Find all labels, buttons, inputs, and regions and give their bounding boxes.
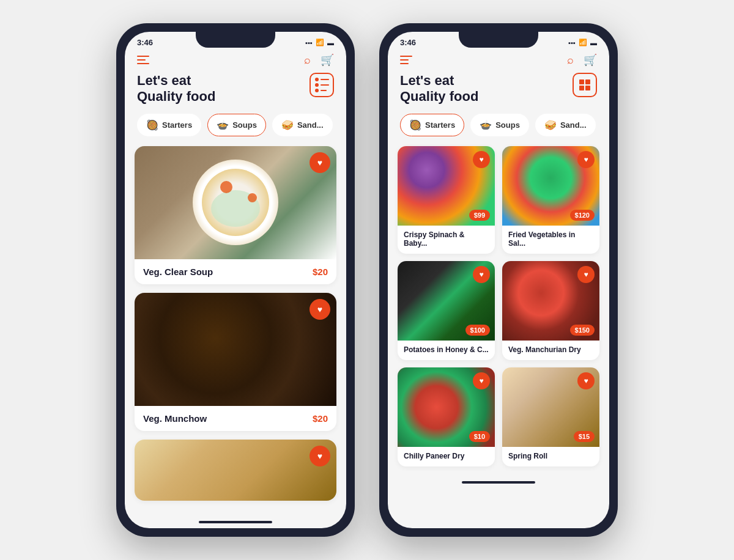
- cart-icon-list[interactable]: 🛒: [321, 53, 334, 67]
- status-time-list: 3:46: [137, 38, 153, 47]
- sandwiches-emoji: 🥪: [281, 119, 294, 131]
- food-image-veg-munchow: ♥: [135, 293, 336, 406]
- grid-dot-4: [585, 86, 590, 90]
- food-card-chilly-paneer: ♥ $10 Chilly Paneer Dry: [398, 367, 495, 466]
- search-icon-list[interactable]: ⌕: [304, 54, 311, 67]
- signal-icon: 📶: [316, 39, 324, 46]
- food-image-spring-roll: ♥ $15: [502, 367, 599, 447]
- category-tabs-grid: 🥘 Starters 🍲 Soups 🥪 Sand...: [388, 114, 609, 146]
- top-nav-list: ⌕ 🛒: [125, 50, 346, 73]
- list-view-toggle[interactable]: [310, 73, 334, 97]
- food-card-veg-manchurian: ♥ $150 Veg. Manchurian Dry: [502, 261, 599, 360]
- hamburger-menu-list[interactable]: [137, 56, 149, 64]
- menu-line-2: [137, 59, 146, 61]
- food-image-chilly-paneer: ♥ $10: [398, 367, 495, 447]
- soups-emoji-grid: 🍲: [480, 119, 492, 131]
- favorite-potatoes-honey[interactable]: ♥: [473, 266, 490, 283]
- price-badge-potatoes-honey: $100: [465, 325, 490, 336]
- food-image-partial: ♥: [135, 440, 336, 501]
- food-name-crispy-spinach: Crispy Spinach & Baby...: [398, 226, 495, 254]
- grid-dot-2: [585, 79, 590, 84]
- food-name-potatoes-honey: Potatoes in Honey & C...: [398, 341, 495, 360]
- status-icons-grid: ▪▪▪ 📶 ▬: [568, 39, 597, 46]
- header-title-list: Let's eat Quality food: [137, 73, 215, 105]
- food-list-scroll[interactable]: ♥ Veg. Clear Soup $20 ♥ Veg. Munchow $20: [125, 146, 346, 516]
- price-badge-fried-veg: $120: [570, 210, 595, 221]
- header-grid: Let's eat Quality food: [388, 73, 609, 114]
- home-indicator-grid: [462, 481, 535, 484]
- favorite-chilly-paneer[interactable]: ♥: [473, 372, 490, 389]
- phone-screen-grid: 3:46 ▪▪▪ 📶 ▬ ⌕ 🛒 Let's eat Quality: [388, 32, 609, 528]
- tab-soups-list[interactable]: 🍲 Soups: [207, 114, 266, 136]
- phone-notch: [196, 32, 275, 48]
- menu-line-g1: [400, 56, 412, 57]
- food-name-spring-roll: Spring Roll: [502, 447, 599, 466]
- food-image-potatoes-honey: ♥ $100: [398, 261, 495, 341]
- header-title-grid: Let's eat Quality food: [400, 73, 478, 105]
- food-card-veg-clear-soup: ♥ Veg. Clear Soup $20: [135, 146, 336, 284]
- price-badge-spring-roll: $15: [574, 431, 595, 442]
- favorite-partial[interactable]: ♥: [310, 446, 330, 466]
- grid-dot-1: [579, 79, 584, 84]
- food-image-fried-veg: ♥ $120: [502, 146, 599, 226]
- sandwiches-emoji-grid: 🥪: [544, 119, 557, 131]
- favorite-crispy-spinach[interactable]: ♥: [473, 151, 490, 168]
- food-card-partial: ♥: [135, 440, 336, 501]
- food-image-crispy-spinach: ♥ $99: [398, 146, 495, 226]
- food-grid-container: ♥ $99 Crispy Spinach & Baby... ♥ $120 Fr…: [388, 146, 609, 476]
- starters-emoji: 🥘: [146, 119, 158, 131]
- food-card-spring-roll: ♥ $15 Spring Roll: [502, 367, 599, 466]
- phone-list-view: 3:46 ▪▪▪ 📶 ▬ ⌕ 🛒 Let's eat Quality: [116, 23, 355, 537]
- price-badge-chilly-paneer: $10: [469, 431, 490, 442]
- top-nav-grid: ⌕ 🛒: [388, 50, 609, 73]
- food-price-veg-munchow: $20: [313, 413, 328, 424]
- food-name-veg-munchow: Veg. Munchow: [143, 413, 207, 424]
- starters-emoji-grid: 🥘: [409, 119, 421, 131]
- nav-icons-grid: ⌕ 🛒: [567, 53, 597, 67]
- header-list: Let's eat Quality food: [125, 73, 346, 114]
- food-name-veg-clear-soup: Veg. Clear Soup: [143, 267, 213, 277]
- tab-soups-grid[interactable]: 🍲 Soups: [470, 114, 529, 136]
- food-card-fried-veg: ♥ $120 Fried Vegetables in Sal...: [502, 146, 599, 254]
- tab-starters-list[interactable]: 🥘 Starters: [137, 114, 201, 136]
- price-badge-crispy-spinach: $99: [469, 210, 490, 221]
- grid-dot-3: [579, 86, 584, 90]
- wifi-icon-grid: ▪▪▪: [568, 39, 576, 46]
- soups-emoji: 🍲: [217, 119, 229, 131]
- food-price-veg-clear-soup: $20: [313, 267, 328, 277]
- favorite-fried-veg[interactable]: ♥: [577, 151, 595, 168]
- phone-screen-list: 3:46 ▪▪▪ 📶 ▬ ⌕ 🛒 Let's eat Quality: [125, 32, 346, 528]
- tab-sandwiches-list[interactable]: 🥪 Sand...: [272, 114, 333, 136]
- food-card-crispy-spinach: ♥ $99 Crispy Spinach & Baby...: [398, 146, 495, 254]
- search-icon-grid[interactable]: ⌕: [567, 54, 574, 67]
- list-lines-icon: [315, 78, 329, 92]
- food-image-veg-clear-soup: ♥: [135, 146, 336, 259]
- signal-icon-grid: 📶: [579, 39, 587, 46]
- grid-view-toggle[interactable]: [573, 73, 597, 97]
- tab-sandwiches-grid[interactable]: 🥪 Sand...: [535, 114, 596, 136]
- price-badge-veg-manchurian: $150: [570, 325, 595, 336]
- cart-icon-grid[interactable]: 🛒: [584, 53, 597, 67]
- food-info-veg-munchow: Veg. Munchow $20: [135, 406, 336, 431]
- food-name-chilly-paneer: Chilly Paneer Dry: [398, 447, 495, 466]
- food-info-veg-clear-soup: Veg. Clear Soup $20: [135, 259, 336, 284]
- category-tabs-list: 🥘 Starters 🍲 Soups 🥪 Sand...: [125, 114, 346, 146]
- menu-line-3: [137, 63, 149, 64]
- home-indicator-list: [199, 521, 272, 523]
- favorite-veg-manchurian[interactable]: ♥: [577, 266, 595, 283]
- status-time-grid: 3:46: [400, 38, 416, 47]
- tab-starters-grid[interactable]: 🥘 Starters: [400, 114, 464, 136]
- food-name-veg-manchurian: Veg. Manchurian Dry: [502, 341, 599, 360]
- favorite-spring-roll[interactable]: ♥: [577, 372, 595, 389]
- hamburger-menu-grid[interactable]: [400, 56, 412, 64]
- battery-icon: ▬: [327, 39, 334, 46]
- grid-icon: [579, 79, 590, 90]
- menu-line-g3: [400, 63, 409, 64]
- favorite-veg-clear-soup[interactable]: ♥: [310, 152, 330, 173]
- favorite-veg-munchow[interactable]: ♥: [310, 299, 330, 320]
- phone-grid-view: 3:46 ▪▪▪ 📶 ▬ ⌕ 🛒 Let's eat Quality: [379, 23, 618, 537]
- wifi-icon: ▪▪▪: [305, 39, 313, 46]
- food-card-potatoes-honey: ♥ $100 Potatoes in Honey & C...: [398, 261, 495, 360]
- menu-line-g2: [400, 59, 409, 61]
- food-card-veg-munchow: ♥ Veg. Munchow $20: [135, 293, 336, 431]
